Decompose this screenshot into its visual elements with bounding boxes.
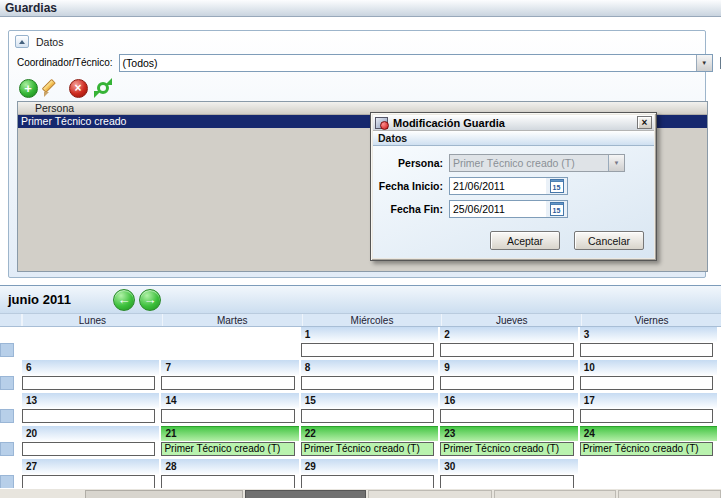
calendar-day-cell[interactable]: 3 (580, 327, 717, 359)
calendar-day-slot[interactable] (301, 343, 434, 357)
fecha-inicio-calendar-button[interactable]: 15 (546, 178, 567, 194)
week-gutter-header (0, 314, 22, 326)
calendar-day-number: 6 (22, 360, 159, 375)
calendar-day-cell[interactable]: 29 (301, 459, 438, 491)
datos-panel-header: Datos (15, 35, 63, 48)
fecha-inicio-input[interactable]: 21/06/2011 15 (449, 177, 568, 195)
calendar-day-slot[interactable] (440, 343, 573, 357)
prev-month-button[interactable]: ← (113, 289, 135, 311)
taskbar-button-active[interactable] (245, 490, 366, 498)
calendar-day-cell[interactable]: 16 (440, 393, 577, 425)
calendar-day-cell[interactable]: 22 Primer Técnico creado (T) (301, 426, 438, 458)
taskbar-button[interactable] (85, 490, 243, 498)
coordinator-select[interactable]: (Todos) ▼ (119, 54, 713, 72)
calendar-entry[interactable]: Primer Técnico creado (T) (301, 442, 434, 456)
calendar-day-slot[interactable] (580, 376, 713, 390)
calendar-day-cell[interactable]: 30 (440, 459, 577, 491)
taskbar-button[interactable] (618, 490, 721, 498)
calendar-day-slot[interactable] (22, 442, 155, 456)
calendar-day-cell (580, 459, 717, 491)
fecha-inicio-value[interactable]: 21/06/2011 (450, 180, 546, 192)
calendar-day-cell[interactable]: 14 (161, 393, 298, 425)
calendar-entry[interactable]: Primer Técnico creado (T) (440, 442, 573, 456)
next-month-button[interactable]: → (139, 289, 161, 311)
calendar-day-slot[interactable] (301, 409, 434, 423)
calendar-day-number: 8 (301, 360, 438, 375)
calendar-day-cell[interactable]: 23 Primer Técnico creado (T) (440, 426, 577, 458)
edit-button[interactable] (42, 77, 64, 99)
calendar-section: junio 2011 ← → Lunes Martes Miércoles Ju… (0, 285, 721, 492)
calendar-day-slot[interactable] (161, 409, 294, 423)
calendar-day-cell[interactable]: 20 (22, 426, 159, 458)
calendar-day-cell[interactable]: 28 (161, 459, 298, 491)
week-selector[interactable] (0, 376, 14, 390)
calendar-day-slot[interactable] (161, 376, 294, 390)
week-row: 1 2 3 (0, 327, 717, 359)
week-selector[interactable] (0, 475, 14, 489)
calendar-day-slot[interactable] (22, 475, 155, 489)
calendar-day-slot[interactable] (22, 376, 155, 390)
add-button[interactable]: + (17, 77, 39, 99)
taskbar-button[interactable] (494, 490, 616, 498)
dialog-title-bar[interactable]: Modificación Guardia × (373, 115, 654, 131)
week-selector[interactable] (0, 442, 14, 456)
delete-button[interactable]: × (67, 77, 89, 99)
week-selector[interactable] (0, 409, 14, 423)
calendar-nav: ← → (113, 289, 161, 311)
persona-field-row: Persona: Primer Técnico creado (T) ▼ (373, 153, 654, 173)
dialog-buttons: Aceptar Cancelar (373, 222, 654, 250)
calendar-day-cell[interactable]: 2 (440, 327, 577, 359)
calendar-day-slot[interactable] (440, 475, 573, 489)
calendar-day-slot[interactable] (440, 376, 573, 390)
calendar-day-cell[interactable]: 24 Primer Técnico creado (T) (580, 426, 717, 458)
week-gutter (0, 393, 20, 425)
calendar-day-number: 29 (301, 459, 438, 474)
fecha-fin-calendar-button[interactable]: 15 (546, 201, 567, 217)
week-row: 20 21 Primer Técnico creado (T) 22 Prime… (0, 426, 717, 458)
fecha-inicio-field-row: Fecha Inicio: 21/06/2011 15 (373, 176, 654, 196)
calendar-day-slot[interactable] (301, 475, 434, 489)
day-header-miercoles: Miércoles (302, 314, 442, 326)
calendar-day-slot[interactable] (22, 409, 155, 423)
chevron-down-icon[interactable]: ▼ (696, 55, 712, 71)
refresh-button[interactable] (92, 77, 114, 99)
cancelar-button[interactable]: Cancelar (574, 231, 644, 250)
fecha-fin-value[interactable]: 25/06/2011 (450, 203, 546, 215)
calendar-day-cell[interactable]: 1 (301, 327, 438, 359)
taskbar-button[interactable] (368, 490, 492, 498)
dialog-group-header: Datos (373, 131, 654, 146)
calendar-day-number: 17 (580, 393, 717, 408)
right-arrow-icon: → (143, 292, 156, 307)
week-selector[interactable] (0, 343, 14, 357)
dialog-body: Persona: Primer Técnico creado (T) ▼ Fec… (373, 146, 654, 258)
coordinator-label: Coordinador/Técnico: (17, 57, 113, 68)
fecha-fin-input[interactable]: 25/06/2011 15 (449, 200, 568, 218)
calendar-entry[interactable]: Primer Técnico creado (T) (580, 442, 713, 456)
close-button[interactable]: × (637, 116, 652, 129)
calendar-day-slot[interactable] (580, 409, 713, 423)
calendar-day-slot[interactable] (440, 409, 573, 423)
calendar-day-cell[interactable]: 6 (22, 360, 159, 392)
week-row: 13 14 15 16 17 (0, 393, 717, 425)
calendar-day-cell[interactable]: 15 (301, 393, 438, 425)
calendar-day-cell[interactable]: 13 (22, 393, 159, 425)
calendar-day-cell[interactable]: 10 (580, 360, 717, 392)
calendar-day-slot[interactable] (301, 376, 434, 390)
calendar-day-cell[interactable]: 17 (580, 393, 717, 425)
calendar-day-cell[interactable]: 27 (22, 459, 159, 491)
calendar-day-cell[interactable]: 7 (161, 360, 298, 392)
page-title-bar: Guardias (0, 0, 721, 17)
calendar-icon: 15 (550, 179, 564, 193)
calendar-entry[interactable]: Primer Técnico creado (T) (161, 442, 294, 456)
calendar-day-cell[interactable]: 8 (301, 360, 438, 392)
persona-label: Persona: (373, 157, 443, 169)
calendar-day-cell[interactable]: 21 Primer Técnico creado (T) (161, 426, 298, 458)
collapse-panel-button[interactable] (15, 35, 29, 48)
chevron-down-icon: ▼ (608, 155, 624, 171)
pencil-icon (43, 78, 63, 98)
calendar-day-slot[interactable] (580, 343, 713, 357)
calendar-day-cell[interactable]: 9 (440, 360, 577, 392)
aceptar-button[interactable]: Aceptar (490, 231, 560, 250)
calendar-day-slot[interactable] (161, 475, 294, 489)
dialog-icon (375, 117, 388, 129)
